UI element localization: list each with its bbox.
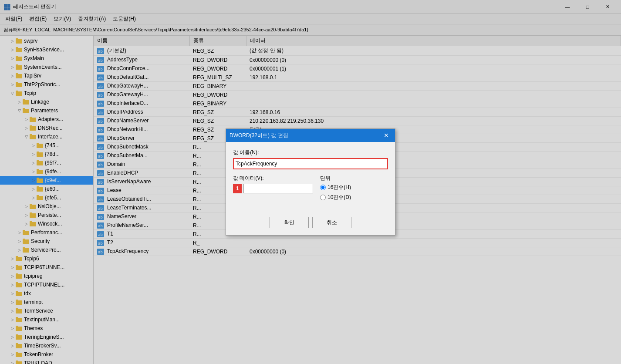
dec-radio-label[interactable]: 10진수(D) (320, 194, 388, 201)
value-badge: 1 (233, 184, 242, 193)
ok-button[interactable]: 확인 (270, 217, 309, 228)
hex-radio-label[interactable]: 16진수(H) (320, 184, 388, 191)
modal-title: DWORD(32비트) 값 편집 (230, 132, 381, 139)
modal-buttons: 확인 취소 (226, 213, 395, 235)
dec-radio-text: 10진수(D) (327, 194, 351, 201)
cancel-button[interactable]: 취소 (312, 217, 351, 228)
value-wrapper: 1 (233, 184, 313, 193)
modal-close-button[interactable]: ✕ (381, 130, 392, 141)
modal-overlay: DWORD(32비트) 값 편집 ✕ 값 이름(N): 값 데이터(V): 1 … (0, 0, 621, 364)
data-value-input[interactable] (243, 184, 313, 193)
modal-title-bar: DWORD(32비트) 값 편집 ✕ (226, 129, 395, 142)
hex-radio[interactable] (320, 185, 326, 190)
unit-label: 단위 (320, 175, 388, 182)
data-col: 값 데이터(V): 1 (233, 175, 313, 201)
data-label: 값 데이터(V): (233, 175, 313, 182)
name-input[interactable] (233, 158, 388, 169)
radio-group: 16진수(H) 10진수(D) (320, 184, 388, 201)
name-label: 값 이름(N): (233, 149, 388, 156)
modal-body: 값 이름(N): 값 데이터(V): 1 단위 16진수(H) (226, 142, 395, 213)
hex-radio-text: 16진수(H) (327, 184, 351, 191)
dec-radio[interactable] (320, 195, 326, 200)
data-row: 값 데이터(V): 1 단위 16진수(H) (233, 175, 388, 201)
modal-dialog: DWORD(32비트) 값 편집 ✕ 값 이름(N): 값 데이터(V): 1 … (226, 128, 395, 236)
unit-col: 단위 16진수(H) 10진수(D) (320, 175, 388, 201)
